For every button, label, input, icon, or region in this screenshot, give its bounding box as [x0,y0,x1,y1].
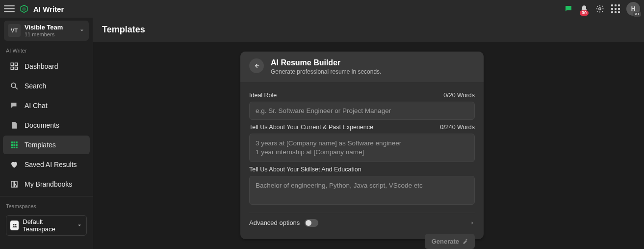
app-logo-icon [20,4,28,13]
sidebar: VT Visible Team 11 members AI Writer Das… [0,18,93,249]
sidebar-item-search[interactable]: Search [3,77,90,95]
team-members: 11 members [25,31,63,38]
ideal-role-input[interactable] [249,102,475,120]
settings-icon[interactable] [595,4,605,14]
sidebar-item-saved-results[interactable]: Saved AI Results [3,155,90,174]
resume-builder-card: AI Resume Builder Generate professional … [240,52,484,239]
notification-badge: 30 [580,10,589,16]
sidebar-item-templates[interactable]: Templates [3,136,90,154]
svg-rect-11 [16,141,18,143]
user-avatar[interactable]: H VT [626,2,640,16]
svg-rect-4 [15,63,18,65]
svg-rect-12 [11,144,13,146]
page-title: Templates [93,18,644,42]
default-teamspace[interactable]: Default Teamspace [6,215,87,236]
apps-icon[interactable] [611,4,620,14]
brandbook-icon [10,180,19,189]
advanced-options-row[interactable]: Advanced options [249,213,475,227]
team-selector[interactable]: VT Visible Team 11 members [4,21,89,41]
dashboard-icon [10,62,19,71]
chevron-down-icon [77,222,82,228]
teamspaces-label: Teamspaces [0,196,93,212]
notifications-icon[interactable]: 30 [579,4,589,14]
sidebar-item-label: Search [25,82,46,90]
sidebar-item-label: Dashboard [25,62,58,70]
ideal-role-counter: 0/20 Words [443,92,475,99]
chat-icon [10,101,19,110]
chat-support-icon[interactable] [564,4,573,14]
advanced-options-toggle[interactable] [305,219,318,227]
chevron-down-icon [79,28,85,33]
team-avatar: VT [8,24,21,37]
experience-input[interactable] [249,134,475,162]
sidebar-item-label: Templates [25,141,56,149]
svg-point-2 [599,8,601,10]
experience-counter: 0/240 Words [440,124,475,131]
teamspace-name: Default Teamspace [23,218,70,233]
svg-rect-15 [11,147,13,148]
card-title: AI Resume Builder [271,58,381,67]
skills-label: Tell Us About Your Skillset And Educatio… [249,166,361,173]
templates-icon [10,140,19,149]
sidebar-item-label: Documents [25,121,59,129]
avatar-initial: H [631,5,636,12]
sidebar-section-label: AI Writer [0,41,93,56]
search-icon [10,82,19,90]
svg-rect-3 [11,63,13,65]
back-button[interactable] [249,58,264,73]
skills-input[interactable] [249,176,475,204]
topbar: AI Writer 30 H VT [0,0,644,18]
experience-label: Tell Us About Your Current & Past Experi… [249,124,373,131]
teamspace-icon [10,221,19,230]
advanced-options-label: Advanced options [249,219,300,226]
menu-icon[interactable] [4,3,15,14]
sidebar-item-brandbooks[interactable]: My Brandbooks [3,175,90,194]
generate-button-label: Generate [432,238,459,245]
sidebar-item-documents[interactable]: Documents [3,116,90,135]
sidebar-item-ai-chat[interactable]: AI Chat [3,96,90,115]
svg-rect-16 [14,147,16,148]
team-name: Visible Team [25,24,63,31]
svg-rect-14 [16,144,18,146]
ideal-role-label: Ideal Role [249,92,277,99]
document-icon [10,121,19,130]
svg-point-19 [15,224,16,225]
svg-line-8 [15,87,18,89]
svg-point-18 [13,224,14,225]
heart-icon [10,160,19,169]
svg-rect-17 [16,147,18,148]
generate-button[interactable]: Generate [425,234,475,249]
main-content: Templates AI Resume Builder Generate pro… [93,18,644,249]
svg-rect-10 [14,141,16,143]
svg-point-7 [11,83,16,87]
app-title: AI Writer [33,5,64,13]
card-subtitle: Generate professional resume in seconds. [271,68,381,75]
avatar-team-badge: VT [633,12,641,17]
sidebar-item-dashboard[interactable]: Dashboard [3,57,90,76]
svg-rect-9 [11,141,13,143]
svg-rect-13 [14,144,16,146]
svg-rect-6 [15,67,18,69]
sidebar-item-label: My Brandbooks [25,180,72,188]
svg-rect-5 [11,67,13,69]
svg-marker-1 [22,7,26,11]
sidebar-item-label: Saved AI Results [25,161,77,168]
sidebar-item-label: AI Chat [25,102,48,110]
chevron-right-icon [470,221,475,225]
magic-icon [462,238,468,244]
